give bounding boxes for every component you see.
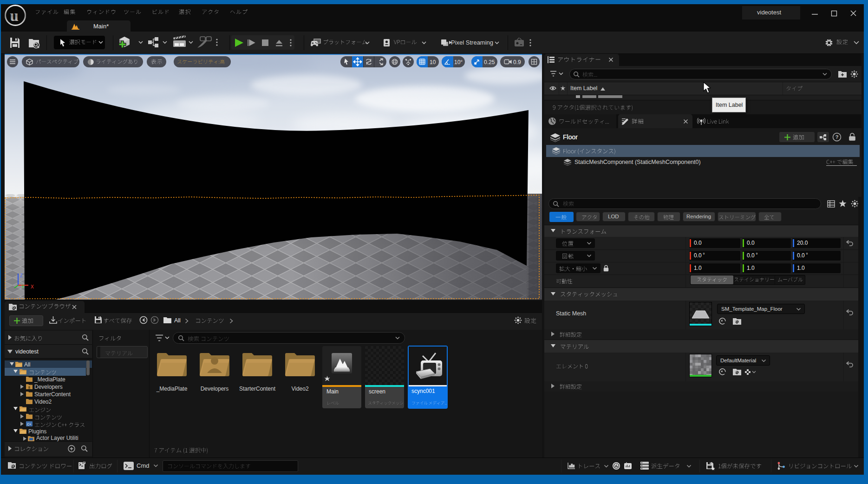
svg-text:X: X bbox=[31, 284, 34, 289]
svg-text:C+: C+ bbox=[27, 423, 31, 426]
svg-text:Y: Y bbox=[21, 284, 25, 289]
svg-text:Z: Z bbox=[20, 273, 23, 278]
svg-text:u: u bbox=[10, 7, 19, 24]
svg-text:?: ? bbox=[835, 134, 839, 140]
